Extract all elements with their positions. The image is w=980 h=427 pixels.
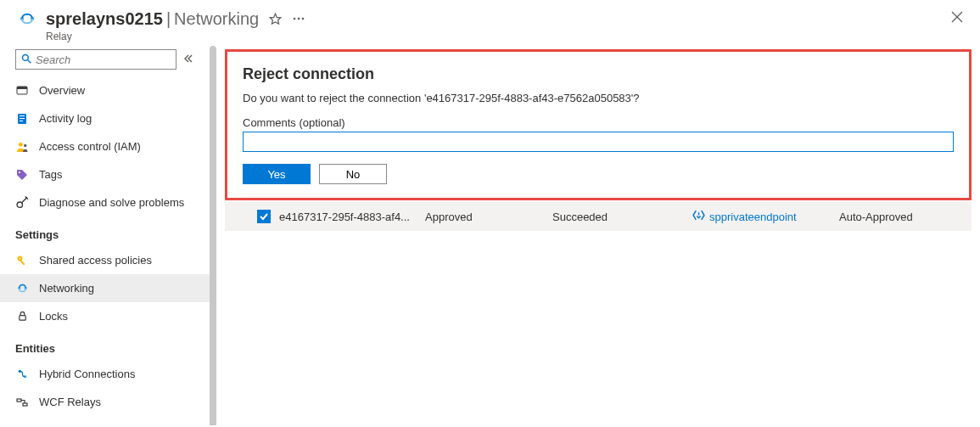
svg-line-9 bbox=[28, 59, 31, 63]
svg-point-3 bbox=[294, 18, 296, 20]
wcf-relay-icon bbox=[15, 396, 29, 409]
yes-button[interactable]: Yes bbox=[243, 164, 311, 184]
svg-point-8 bbox=[23, 54, 29, 60]
endpoint-name-cell: e4167317-295f-4883-af4... bbox=[279, 211, 425, 223]
sidebar-item-shared-access[interactable]: Shared access policies bbox=[0, 246, 216, 274]
connection-state-cell: Approved bbox=[425, 211, 552, 223]
search-input[interactable] bbox=[36, 53, 171, 66]
description-cell: Auto-Approved bbox=[839, 211, 972, 223]
hybrid-conn-icon bbox=[15, 368, 29, 381]
svg-rect-22 bbox=[20, 260, 25, 265]
sidebar: Overview Activity log Access control (IA… bbox=[0, 42, 216, 425]
overview-icon bbox=[15, 84, 29, 98]
sidebar-item-tags[interactable]: Tags bbox=[0, 160, 216, 188]
access-control-icon bbox=[15, 140, 29, 154]
svg-point-5 bbox=[302, 18, 305, 20]
provisioning-status-cell: Succeeded bbox=[552, 211, 692, 223]
page-header: sprelayns0215 | Networking bbox=[0, 0, 980, 34]
private-endpoint-cell[interactable]: spprivateendpoint bbox=[692, 209, 839, 224]
relay-resource-icon bbox=[15, 7, 39, 31]
svg-rect-25 bbox=[19, 316, 25, 321]
main-content: Reject connection Do you want to reject … bbox=[216, 42, 980, 425]
sidebar-item-overview[interactable]: Overview bbox=[0, 76, 216, 104]
svg-rect-11 bbox=[17, 87, 27, 89]
row-checkbox[interactable] bbox=[257, 210, 271, 223]
sidebar-item-label: Shared access policies bbox=[39, 254, 152, 267]
sidebar-item-networking[interactable]: Networking bbox=[0, 274, 216, 302]
svg-point-21 bbox=[20, 257, 21, 259]
comments-input[interactable] bbox=[243, 132, 954, 152]
comments-label: Comments (optional) bbox=[243, 116, 954, 129]
more-actions-icon[interactable] bbox=[292, 12, 305, 25]
svg-point-17 bbox=[24, 144, 26, 147]
svg-marker-2 bbox=[270, 14, 281, 24]
sidebar-item-label: Tags bbox=[39, 168, 62, 181]
activity-log-icon bbox=[15, 112, 29, 126]
svg-rect-14 bbox=[20, 118, 25, 119]
svg-rect-28 bbox=[17, 399, 21, 402]
svg-point-19 bbox=[17, 202, 22, 207]
sidebar-item-label: Activity log bbox=[39, 112, 92, 125]
tags-icon bbox=[15, 168, 29, 182]
sidebar-scrollbar[interactable] bbox=[210, 46, 216, 425]
key-icon bbox=[15, 254, 29, 267]
svg-rect-15 bbox=[20, 121, 23, 121]
private-endpoint-link[interactable]: spprivateendpoint bbox=[709, 211, 797, 223]
sidebar-item-label: Access control (IAM) bbox=[39, 140, 141, 153]
svg-rect-29 bbox=[23, 403, 27, 406]
no-button[interactable]: No bbox=[319, 164, 387, 184]
page-title: Networking bbox=[174, 9, 259, 29]
sidebar-heading-settings: Settings bbox=[0, 216, 216, 246]
svg-point-4 bbox=[298, 18, 300, 20]
private-endpoint-row[interactable]: e4167317-295f-4883-af4... Approved Succe… bbox=[225, 202, 972, 231]
dialog-title: Reject connection bbox=[243, 65, 954, 83]
diagnose-icon bbox=[15, 196, 29, 210]
sidebar-item-diagnose[interactable]: Diagnose and solve problems bbox=[0, 188, 216, 216]
private-endpoint-icon bbox=[692, 209, 705, 224]
resource-name: sprelayns0215 bbox=[46, 9, 163, 29]
sidebar-item-access-control[interactable]: Access control (IAM) bbox=[0, 132, 216, 160]
sidebar-item-label: Overview bbox=[39, 84, 85, 97]
sidebar-item-label: Hybrid Connections bbox=[39, 368, 135, 380]
reject-connection-dialog: Reject connection Do you want to reject … bbox=[225, 49, 972, 200]
sidebar-item-label: Locks bbox=[39, 310, 68, 323]
sidebar-item-wcf-relays[interactable]: WCF Relays bbox=[0, 388, 216, 416]
search-icon bbox=[21, 53, 31, 66]
sidebar-search[interactable] bbox=[15, 49, 176, 70]
title-separator: | bbox=[166, 9, 171, 29]
dialog-message: Do you want to reject the connection 'e4… bbox=[243, 92, 954, 104]
lock-icon bbox=[15, 310, 29, 323]
sidebar-item-activity-log[interactable]: Activity log bbox=[0, 104, 216, 132]
svg-point-18 bbox=[19, 171, 20, 173]
collapse-sidebar-icon[interactable] bbox=[183, 53, 193, 66]
sidebar-item-label: Diagnose and solve problems bbox=[39, 196, 184, 209]
svg-rect-13 bbox=[20, 115, 25, 116]
networking-icon bbox=[15, 282, 29, 295]
sidebar-item-label: Networking bbox=[39, 282, 94, 295]
close-blade-icon[interactable] bbox=[948, 8, 966, 30]
resource-type-label: Relay bbox=[0, 31, 980, 42]
sidebar-item-label: WCF Relays bbox=[39, 396, 101, 408]
sidebar-heading-entities: Entities bbox=[0, 330, 216, 360]
svg-point-16 bbox=[18, 143, 22, 147]
sidebar-item-locks[interactable]: Locks bbox=[0, 302, 216, 330]
sidebar-item-hybrid-connections[interactable]: Hybrid Connections bbox=[0, 360, 216, 388]
favorite-star-icon[interactable] bbox=[269, 13, 282, 25]
